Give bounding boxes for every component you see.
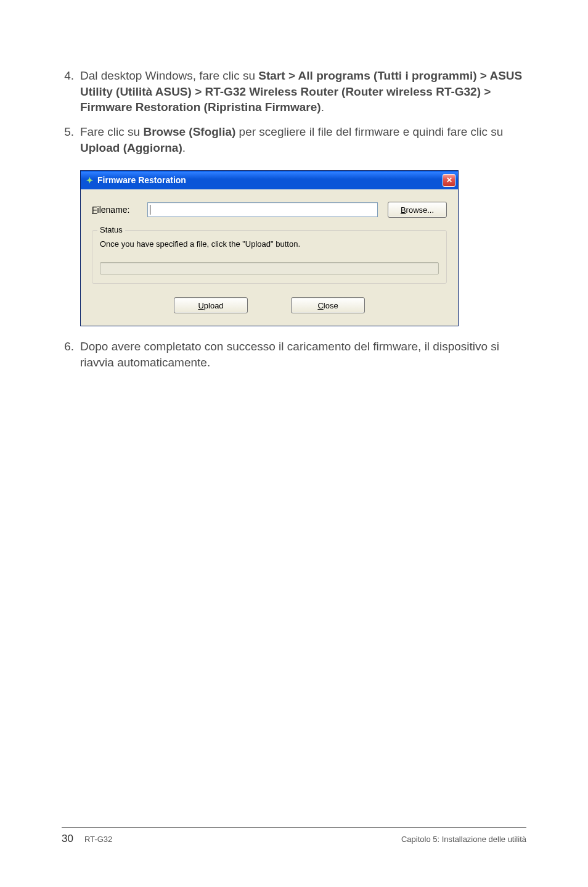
close-button[interactable]: Close xyxy=(291,297,365,313)
step-5: 5. Fare clic su Browse (Sfoglia) per sce… xyxy=(62,124,526,155)
label-rest: ilename: xyxy=(97,205,130,215)
mnemonic: F xyxy=(92,205,97,215)
dialog-body: Filename: Browse... Status Once you have… xyxy=(81,189,458,326)
app-icon: ✦ xyxy=(84,175,94,185)
step-text: Dal desktop Windows, fare clic su Start … xyxy=(80,68,526,115)
text-part: . xyxy=(182,141,186,154)
text-bold: Upload (Aggiorna) xyxy=(80,141,182,154)
label-rest: pload xyxy=(204,301,224,310)
step-text: Dopo avere completato con successo il ca… xyxy=(80,339,526,370)
label-rest: rowse... xyxy=(406,205,435,215)
step-number: 6. xyxy=(62,339,80,370)
step-text: Fare clic su Browse (Sfoglia) per scegli… xyxy=(80,124,526,155)
step-6: 6. Dopo avere completato con successo il… xyxy=(62,339,526,370)
footer-chapter: Capitolo 5: Installazione delle utilità xyxy=(401,835,526,844)
page-number: 30 xyxy=(62,833,73,845)
text-part: Dal desktop Windows, fare clic su xyxy=(80,69,258,82)
page-footer: 30 RT-G32 Capitolo 5: Installazione dell… xyxy=(62,827,526,845)
step-4: 4. Dal desktop Windows, fare clic su Sta… xyxy=(62,68,526,115)
text-bold: Browse (Sfoglia) xyxy=(143,125,235,138)
page-content: 4. Dal desktop Windows, fare clic su Sta… xyxy=(0,0,588,370)
mnemonic: B xyxy=(401,205,406,215)
status-legend: Status xyxy=(97,225,125,234)
progress-bar xyxy=(100,262,439,274)
label-rest: lose xyxy=(324,301,338,310)
status-text: Once you have specified a file, click th… xyxy=(100,239,439,249)
filename-input[interactable] xyxy=(147,202,378,217)
text-part: Fare clic su xyxy=(80,125,143,138)
close-icon[interactable]: ✕ xyxy=(443,174,455,187)
text-part: per scegliere il file del firmware e qui… xyxy=(235,125,503,138)
dialog-titlebar: ✦ Firmware Restoration ✕ xyxy=(81,171,458,189)
filename-label: Filename: xyxy=(92,205,137,215)
filename-row: Filename: Browse... xyxy=(92,202,447,218)
dialog-screenshot: ✦ Firmware Restoration ✕ Filename: Brows… xyxy=(62,164,526,339)
footer-product: RT-G32 xyxy=(84,835,112,844)
browse-button[interactable]: Browse... xyxy=(388,202,447,218)
upload-button[interactable]: Upload xyxy=(174,297,248,313)
text-part: . xyxy=(321,101,324,113)
mnemonic: U xyxy=(198,301,203,310)
step-number: 5. xyxy=(62,124,80,155)
status-fieldset: Status Once you have specified a file, c… xyxy=(92,230,447,284)
firmware-restoration-dialog: ✦ Firmware Restoration ✕ Filename: Brows… xyxy=(80,170,459,326)
mnemonic: C xyxy=(317,301,323,310)
step-number: 4. xyxy=(62,68,80,115)
dialog-buttons: Upload Close xyxy=(92,297,447,313)
dialog-title: Firmware Restoration xyxy=(97,175,443,185)
